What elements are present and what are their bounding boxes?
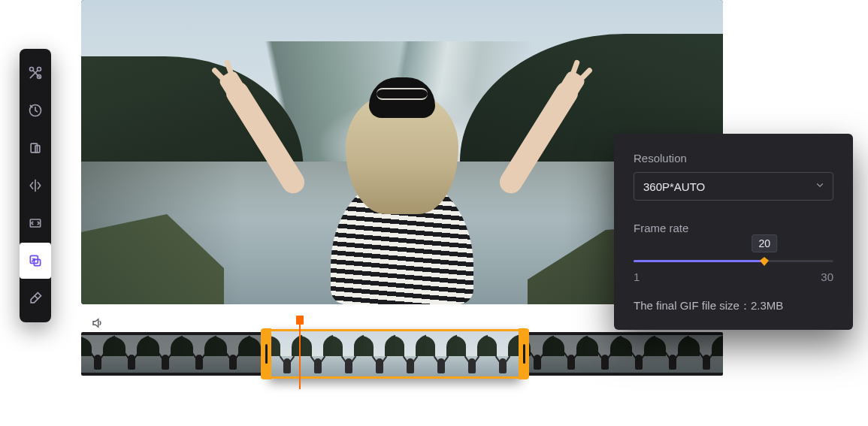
svg-point-4 <box>38 68 41 71</box>
timeline-frame <box>689 335 723 373</box>
framerate-min: 1 <box>634 270 640 283</box>
volume-icon[interactable] <box>89 314 107 332</box>
filesize-text: The final GIF file size：2.3MB <box>634 299 833 313</box>
chevron-down-icon <box>815 180 825 193</box>
timeline-frame <box>488 331 519 376</box>
timeline-frame <box>457 331 488 376</box>
timeline-frame <box>183 335 216 373</box>
timeline[interactable] <box>81 332 723 376</box>
timeline-frame <box>333 331 364 376</box>
framerate-label: Frame rate <box>634 222 833 234</box>
speed-tool-icon[interactable] <box>20 92 51 128</box>
timeline-frame <box>364 331 395 376</box>
tool-sidebar <box>20 49 51 322</box>
erase-tool-icon[interactable] <box>20 280 51 316</box>
export-settings-panel: Resolution 360P*AUTO Frame rate 20 1 30 … <box>614 134 853 330</box>
crop-tool-icon[interactable] <box>20 130 51 166</box>
timeline-frame <box>395 331 426 376</box>
timeline-frame <box>588 335 622 373</box>
resolution-select[interactable]: 360P*AUTO <box>634 172 833 201</box>
timeline-frame <box>622 335 655 373</box>
mirror-tool-icon[interactable] <box>20 168 51 204</box>
resize-tool-icon[interactable] <box>20 205 51 241</box>
timeline-frame <box>302 331 333 376</box>
timeline-frame <box>426 331 457 376</box>
timeline-frame <box>81 335 115 373</box>
selection-handle-left[interactable] <box>261 328 271 379</box>
cut-tool-icon[interactable] <box>20 55 51 91</box>
timeline-frame <box>149 335 183 373</box>
export-tool-icon[interactable] <box>20 243 51 279</box>
timeline-frame <box>655 335 689 373</box>
slider-thumb-icon[interactable] <box>758 255 770 267</box>
framerate-value: 20 <box>752 234 777 252</box>
timeline-frame <box>554 335 588 373</box>
selection-handle-right[interactable] <box>519 328 529 379</box>
timeline-frame <box>115 335 149 373</box>
resolution-label: Resolution <box>634 152 833 165</box>
timeline-selection[interactable] <box>269 329 521 379</box>
playhead[interactable] <box>299 317 301 389</box>
resolution-value: 360P*AUTO <box>643 180 705 193</box>
framerate-max: 30 <box>821 270 833 283</box>
timeline-frame <box>271 331 302 376</box>
timeline-frame <box>216 335 250 373</box>
framerate-slider[interactable]: 20 1 30 <box>634 248 833 275</box>
